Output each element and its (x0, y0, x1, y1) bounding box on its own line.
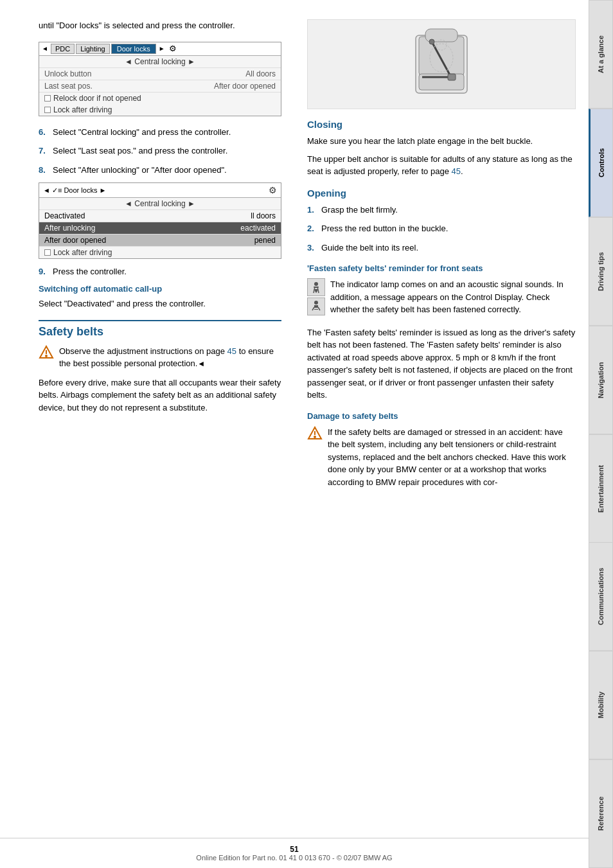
after-door-label: After door opened (44, 236, 106, 245)
svg-point-10 (429, 39, 434, 44)
lock-after-checkbox[interactable] (44, 107, 51, 113)
belt-icon-area: The indicator lamp comes on and an acous… (307, 278, 576, 321)
step-6-text: Select "Central locking" and press the c… (53, 126, 281, 139)
closing-text2: The upper belt anchor is suitable for ad… (307, 153, 576, 178)
damage-text: If the safety belts are damaged or stres… (328, 426, 576, 489)
deactivated-row: Deactivated ll doors (39, 210, 281, 222)
last-seat-label: Last seat pos. (44, 82, 93, 91)
step-9-text: Press the controller. (53, 267, 281, 276)
menu2-central-row: ◄ Central locking ► (39, 198, 281, 210)
safety-belts-section: Safety belts Observe the adjustment inst… (39, 320, 281, 414)
svg-rect-4 (419, 37, 464, 75)
closing-section: Closing Make sure you hear the latch pla… (307, 119, 576, 178)
deactivated-label: Deactivated (44, 211, 85, 220)
page-number: 51 (290, 845, 298, 854)
door-locks-tab[interactable]: Door locks (111, 44, 156, 54)
seatbelt-illustration-svg (308, 22, 575, 106)
damage-section: Damage to safety belts If the safety bel… (307, 411, 576, 494)
closing-heading: Closing (307, 119, 576, 130)
left-column: until "Door locks" is selected and press… (0, 13, 294, 825)
after-door-opened-row: After door opened pened (39, 235, 281, 247)
opening-step-2-number: 2. (307, 222, 321, 235)
sidebar-tab-controls[interactable]: Controls (589, 109, 613, 217)
switching-off-heading: Switching off automatic call-up (39, 284, 281, 294)
footer-text: Online Edition for Part no. 01 41 0 013 … (196, 854, 392, 862)
belt-icons-group (307, 278, 325, 321)
opening-step-2-text: Press the red button in the buckle. (321, 222, 576, 235)
menu-header-1: ◄ PDC Lighting Door locks ► ⚙ (39, 42, 281, 56)
switching-off-text: Select "Deactivated" and press the contr… (39, 297, 281, 310)
opening-step-1: 1. Grasp the belt firmly. (307, 204, 576, 217)
step-7: 7. Select "Last seat pos." and press the… (39, 145, 281, 157)
step-7-text: Select "Last seat pos." and press the co… (53, 145, 281, 157)
after-unlocking-label: After unlocking (44, 224, 95, 233)
closing-text1: Make sure you hear the latch plate engag… (307, 135, 576, 148)
last-seat-row: Last seat pos. After door opened (39, 80, 281, 93)
lock-after-label: Lock after driving (53, 105, 112, 114)
lock-after-driving-row: Lock after driving (39, 104, 281, 116)
damage-heading: Damage to safety belts (307, 411, 576, 421)
sidebar-tab-mobility[interactable]: Mobility (589, 651, 613, 759)
sidebar-tab-at-a-glance[interactable]: At a glance (589, 0, 613, 109)
menu2-lock-checkbox[interactable] (44, 249, 51, 256)
damage-warning-box: If the safety belts are damaged or stres… (307, 426, 576, 494)
step-7-number: 7. (39, 145, 53, 157)
lighting-tab[interactable]: Lighting (76, 44, 110, 54)
relock-checkbox-row: Relock door if not opened (39, 93, 281, 104)
pened-value: pened (254, 236, 276, 245)
svg-point-17 (314, 301, 318, 305)
damage-warning-icon (307, 426, 323, 441)
svg-point-21 (314, 436, 315, 438)
ll-doors-value: ll doors (251, 211, 276, 220)
fasten-heading: 'Fasten safety belts' reminder for front… (307, 263, 576, 273)
after-door-value: After door opened (214, 82, 276, 91)
svg-point-2 (46, 355, 47, 357)
opening-section: Opening 1. Grasp the belt firmly. 2. Pre… (307, 188, 576, 254)
step-9-number: 9. (39, 267, 53, 276)
intro-text: until "Door locks" is selected and press… (39, 19, 281, 32)
switching-off-section: Switching off automatic call-up Select "… (39, 284, 281, 310)
fasten-reminder-section: 'Fasten safety belts' reminder for front… (307, 263, 576, 402)
menu2-gear-icon: ⚙ (269, 185, 277, 195)
menu2-header-left: ◄ ✓≡ Door locks ► (43, 186, 106, 195)
arrow-left-icon: ◄ (42, 45, 48, 52)
step-8-number: 8. (39, 164, 53, 177)
step-8: 8. Select "After unlocking" or "After do… (39, 164, 281, 177)
step-6: 6. Select "Central locking" and press th… (39, 126, 281, 139)
opening-step-3-number: 3. (307, 242, 321, 254)
gear-icon: ⚙ (169, 44, 177, 53)
seatbelt-icon-2 (309, 299, 323, 314)
sidebar: At a glance Controls Driving tips Naviga… (589, 0, 613, 868)
safety-warning-box: Observe the adjustment instructions on p… (39, 345, 281, 370)
svg-point-13 (314, 282, 318, 286)
svg-line-16 (317, 287, 319, 293)
sidebar-tab-driving-tips[interactable]: Driving tips (589, 217, 613, 326)
menu2-lock-label: Lock after driving (53, 248, 112, 257)
pdc-tab[interactable]: PDC (51, 44, 75, 54)
opening-step-3-text: Guide the belt into its reel. (321, 242, 576, 254)
menu-box-1: ◄ PDC Lighting Door locks ► ⚙ ◄ Central … (39, 42, 281, 116)
fasten-reminder-text2: The 'Fasten safety belts' reminder is is… (307, 326, 576, 402)
unlock-label: Unlock button (44, 69, 91, 78)
sidebar-tab-navigation[interactable]: Navigation (589, 326, 613, 434)
unlock-button-row: Unlock button All doors (39, 68, 281, 80)
sidebar-tab-communications[interactable]: Communications (589, 542, 613, 651)
belt-icon-1 (307, 278, 325, 296)
closing-page-link[interactable]: 45 (452, 166, 461, 176)
safety-page-link[interactable]: 45 (227, 346, 236, 356)
safety-belts-heading: Safety belts (39, 320, 281, 339)
belt-icon-2 (307, 297, 325, 315)
menu2-lock-row: Lock after driving (39, 247, 281, 258)
seatbelt-warning-icon (309, 280, 323, 294)
after-unlocking-row: After unlocking eactivated (39, 222, 281, 235)
relock-checkbox[interactable] (44, 95, 51, 102)
step-9: 9. Press the controller. (39, 267, 281, 276)
sidebar-tab-entertainment[interactable]: Entertainment (589, 434, 613, 543)
sidebar-tab-reference[interactable]: Reference (589, 759, 613, 868)
fasten-reminder-text1: The indicator lamp comes on and an acous… (330, 278, 576, 316)
menu-box-2: ◄ ✓≡ Door locks ► ⚙ ◄ Central locking ► … (39, 182, 281, 259)
step-8-text: Select "After unlocking" or "After door … (53, 164, 281, 177)
menu2-header: ◄ ✓≡ Door locks ► ⚙ (39, 183, 281, 198)
svg-line-15 (314, 287, 315, 293)
opening-step-3: 3. Guide the belt into its reel. (307, 242, 576, 254)
